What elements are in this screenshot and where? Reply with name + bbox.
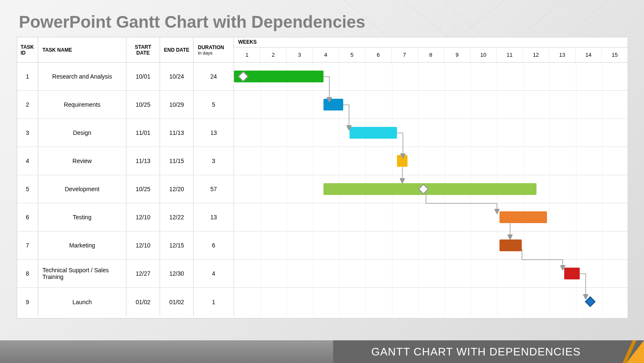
- cell-start: 10/25: [126, 175, 160, 203]
- cell-duration: 3: [194, 147, 234, 175]
- dependency-arrow: [426, 193, 497, 212]
- cell-name: Marketing: [38, 231, 126, 259]
- dependency-arrow: [323, 77, 329, 100]
- footer-bar: GANTT CHART WITH DEPENDENCIES: [0, 340, 644, 363]
- dependency-arrow: [580, 274, 586, 297]
- week-label: 15: [602, 47, 628, 62]
- cell-id: 4: [17, 147, 38, 175]
- dependency-arrow: [343, 105, 349, 129]
- cell-id: 8: [17, 260, 38, 287]
- header-duration: DURATIONin days: [194, 37, 234, 62]
- cell-id: 7: [17, 231, 38, 259]
- cell-duration: 57: [194, 175, 234, 203]
- cell-name: Technical Support / Sales Training: [38, 260, 126, 287]
- cell-id: 2: [17, 91, 38, 118]
- header-task-name: TASK NAME: [38, 37, 126, 62]
- cell-id: 1: [17, 63, 38, 90]
- cell-start: 12/27: [126, 260, 160, 287]
- cell-duration: 5: [194, 91, 234, 118]
- cell-id: 6: [17, 203, 38, 231]
- week-label: 9: [444, 47, 471, 62]
- footer-title: GANTT CHART WITH DEPENDENCIES: [333, 340, 619, 363]
- week-label: 5: [339, 47, 365, 62]
- week-label: 7: [392, 47, 418, 62]
- cell-start: 10/01: [126, 63, 160, 90]
- cell-name: Development: [38, 175, 126, 203]
- dependency-arrow: [522, 249, 563, 268]
- cell-id: 9: [17, 288, 38, 316]
- header-weeks: WEEKS 123456789101112131415: [234, 37, 628, 62]
- cell-name: Requirements: [38, 91, 126, 118]
- cell-start: 01/02: [126, 288, 160, 316]
- cell-name: Review: [38, 147, 126, 175]
- week-label: 3: [287, 47, 313, 62]
- week-label: 6: [365, 47, 392, 62]
- cell-id: 5: [17, 175, 38, 203]
- table-header: TASK ID TASK NAME START DATE END DATE DU…: [17, 37, 628, 63]
- cell-start: 10/25: [126, 91, 160, 118]
- cell-end: 10/24: [160, 63, 194, 90]
- cell-duration: 13: [194, 119, 234, 147]
- week-label: 2: [260, 47, 287, 62]
- week-label: 13: [549, 47, 576, 62]
- cell-end: 12/20: [160, 175, 194, 203]
- header-end-date: END DATE: [160, 37, 194, 62]
- gantt-chart: TASK ID TASK NAME START DATE END DATE DU…: [17, 37, 628, 318]
- dependency-lines: [234, 63, 628, 319]
- cell-end: 11/15: [160, 147, 194, 175]
- cell-duration: 24: [194, 63, 234, 90]
- cell-start: 12/10: [126, 231, 160, 259]
- week-label: 14: [576, 47, 602, 62]
- week-label: 1: [234, 47, 260, 62]
- cell-duration: 4: [194, 260, 234, 287]
- header-start-date: START DATE: [126, 37, 160, 62]
- week-label: 11: [497, 47, 523, 62]
- cell-name: Research and Analysis: [38, 63, 126, 90]
- cell-duration: 13: [194, 203, 234, 231]
- cell-start: 12/10: [126, 203, 160, 231]
- cell-start: 11/13: [126, 147, 160, 175]
- week-label: 12: [523, 47, 549, 62]
- week-label: 4: [313, 47, 339, 62]
- cell-end: 12/15: [160, 231, 194, 259]
- week-label: 8: [418, 47, 444, 62]
- week-label: 10: [471, 47, 497, 62]
- svg-marker-0: [439, 19, 456, 36]
- page-title: PowerPoint Gantt Chart with Dependencies: [19, 13, 365, 32]
- cell-end: 12/22: [160, 203, 194, 231]
- cell-end: 10/29: [160, 91, 194, 118]
- cell-end: 12/30: [160, 260, 194, 287]
- cell-id: 3: [17, 119, 38, 147]
- cell-duration: 1: [194, 288, 234, 316]
- dependency-arrow: [397, 133, 403, 157]
- header-task-id: TASK ID: [17, 37, 38, 62]
- cell-start: 11/01: [126, 119, 160, 147]
- cell-name: Design: [38, 119, 126, 147]
- cell-end: 01/02: [160, 288, 194, 316]
- cell-end: 11/13: [160, 119, 194, 147]
- cell-duration: 6: [194, 231, 234, 259]
- cell-name: Testing: [38, 203, 126, 231]
- cell-name: Launch: [38, 288, 126, 316]
